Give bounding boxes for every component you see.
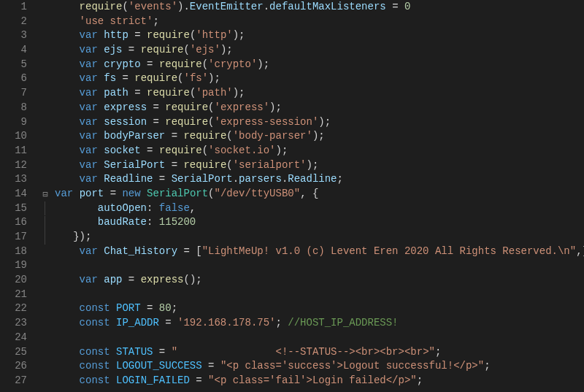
code-line[interactable]: var socket = require('socket.io'); bbox=[55, 144, 584, 158]
code-line[interactable]: const LOGIN_FAILED = "<p class='fail'>Lo… bbox=[55, 374, 584, 388]
token-pl bbox=[55, 302, 80, 314]
token-cmnt: //HOST_IP_ADDRESS! bbox=[288, 317, 398, 328]
token-pl bbox=[98, 116, 104, 128]
code-editor[interactable]: 1234567891011121314151617181920212223242… bbox=[0, 0, 584, 392]
token-pl bbox=[98, 58, 104, 70]
fold-collapse-icon[interactable]: ⊟ bbox=[40, 188, 50, 203]
token-pl: = bbox=[141, 145, 159, 156]
code-line[interactable]: const PORT = 80; bbox=[55, 301, 584, 316]
code-line[interactable]: autoOpen: false, bbox=[55, 201, 584, 216]
line-number: 27 bbox=[0, 374, 27, 388]
token-str: 'serialport' bbox=[233, 159, 307, 171]
code-line[interactable] bbox=[55, 258, 584, 273]
token-pl bbox=[98, 145, 104, 156]
token-str: 'express' bbox=[214, 101, 269, 113]
token-str: 'crypto' bbox=[208, 58, 257, 70]
token-pl: ( bbox=[208, 188, 214, 199]
line-number: 2 bbox=[0, 15, 27, 29]
line-number: 13 bbox=[0, 172, 27, 187]
token-id: session bbox=[104, 116, 147, 128]
token-pl: ); bbox=[269, 101, 282, 113]
code-line[interactable]: var session = require('express-session')… bbox=[55, 115, 584, 130]
code-line[interactable]: require('events').EventEmitter.defaultMa… bbox=[55, 0, 584, 15]
token-id: Readline bbox=[104, 173, 153, 185]
token-pl bbox=[55, 58, 80, 70]
code-line[interactable]: var crypto = require('crypto'); bbox=[55, 58, 584, 72]
token-pl bbox=[110, 346, 116, 358]
token-pl: ( bbox=[202, 145, 208, 156]
line-number: 12 bbox=[0, 158, 27, 173]
token-pl: ; bbox=[417, 374, 423, 386]
code-line[interactable]: var SerialPort = require('serialport'); bbox=[55, 158, 584, 173]
line-number: 7 bbox=[0, 86, 27, 101]
token-pl: = bbox=[386, 1, 404, 12]
code-line[interactable]: var ejs = require('ejs'); bbox=[55, 43, 584, 58]
token-kw: const bbox=[80, 346, 110, 358]
token-fn: require bbox=[147, 29, 190, 41]
code-line[interactable]: const STATUS = " <!--STATUS--><br><br><b… bbox=[55, 345, 584, 360]
token-pl bbox=[110, 360, 116, 372]
token-pl: = bbox=[165, 159, 183, 171]
token-kw: var bbox=[80, 130, 98, 142]
code-line[interactable]: var http = require('http'); bbox=[55, 28, 584, 43]
code-line[interactable]: const LOGOUT_SUCCESS = "<p class='succes… bbox=[55, 359, 584, 374]
line-number: 14 bbox=[0, 187, 27, 201]
token-str: 'http' bbox=[196, 29, 232, 41]
code-line[interactable] bbox=[55, 331, 584, 345]
token-pl: = bbox=[165, 130, 183, 142]
code-line[interactable]: var fs = require('fs'); bbox=[55, 72, 584, 86]
code-line[interactable]: var express = require('express'); bbox=[55, 101, 584, 115]
code-line[interactable]: }); bbox=[55, 230, 584, 245]
code-line[interactable]: const IP_ADDR = '192.168.178.75'; //HOST… bbox=[55, 316, 584, 331]
token-str: 'path' bbox=[196, 87, 232, 99]
line-number: 18 bbox=[0, 245, 27, 259]
code-line[interactable] bbox=[55, 288, 584, 302]
token-str: " <!--STATUS--><br><br><br>" bbox=[172, 346, 435, 358]
token-str: "/dev/ttyUSB0" bbox=[215, 188, 301, 199]
token-pl: ). bbox=[177, 1, 190, 12]
line-number: 17 bbox=[0, 230, 27, 245]
token-pl: ); bbox=[220, 44, 233, 55]
code-line[interactable]: var Readline = SerialPort.parsers.Readli… bbox=[55, 172, 584, 187]
line-number: 21 bbox=[0, 288, 27, 302]
token-pl bbox=[73, 188, 79, 199]
code-line[interactable]: var bodyParser = require('body-parser'); bbox=[55, 129, 584, 144]
token-id: fs bbox=[104, 72, 116, 84]
token-pl: = bbox=[141, 58, 159, 70]
token-pl bbox=[55, 130, 80, 142]
token-pl: ); bbox=[276, 145, 288, 156]
token-pl: = bbox=[153, 173, 171, 185]
code-line[interactable]: var port = new SerialPort("/dev/ttyUSB0"… bbox=[55, 187, 584, 201]
code-line[interactable]: var Chat_History = ["LightMeUp! v1.0 (c)… bbox=[55, 245, 584, 259]
token-pl: ( bbox=[226, 130, 232, 142]
token-pl: ( bbox=[183, 44, 189, 55]
token-pl: = bbox=[147, 101, 165, 113]
token-num: 115200 bbox=[159, 216, 196, 228]
token-pl: ); bbox=[208, 72, 220, 84]
token-pl bbox=[55, 87, 80, 99]
folding-column[interactable]: ⊟ bbox=[40, 0, 53, 392]
token-pl: = bbox=[116, 72, 134, 84]
token-pl: = bbox=[128, 29, 147, 41]
line-number: 16 bbox=[0, 215, 27, 230]
token-pl: ( bbox=[226, 159, 232, 171]
token-id: http bbox=[104, 29, 128, 41]
token-pl bbox=[110, 302, 116, 314]
token-pl bbox=[55, 44, 80, 55]
code-line[interactable]: 'use strict'; bbox=[55, 15, 584, 29]
token-id: parsers bbox=[239, 173, 282, 185]
token-kw: var bbox=[80, 145, 98, 156]
indent-guide bbox=[45, 201, 45, 216]
line-number: 10 bbox=[0, 129, 27, 144]
line-number: 22 bbox=[0, 301, 27, 316]
token-str: '192.168.178.75' bbox=[177, 317, 275, 328]
token-kw: var bbox=[80, 116, 98, 128]
token-pl: = bbox=[128, 87, 147, 99]
code-area[interactable]: require('events').EventEmitter.defaultMa… bbox=[53, 0, 584, 392]
code-line[interactable]: baudRate: 115200 bbox=[55, 215, 584, 230]
token-id: ejs bbox=[104, 44, 122, 55]
token-pl: ); bbox=[233, 29, 245, 41]
code-line[interactable]: var app = express(); bbox=[55, 273, 584, 288]
code-line[interactable]: var path = require('path'); bbox=[55, 86, 584, 101]
token-num: 80 bbox=[159, 302, 172, 314]
